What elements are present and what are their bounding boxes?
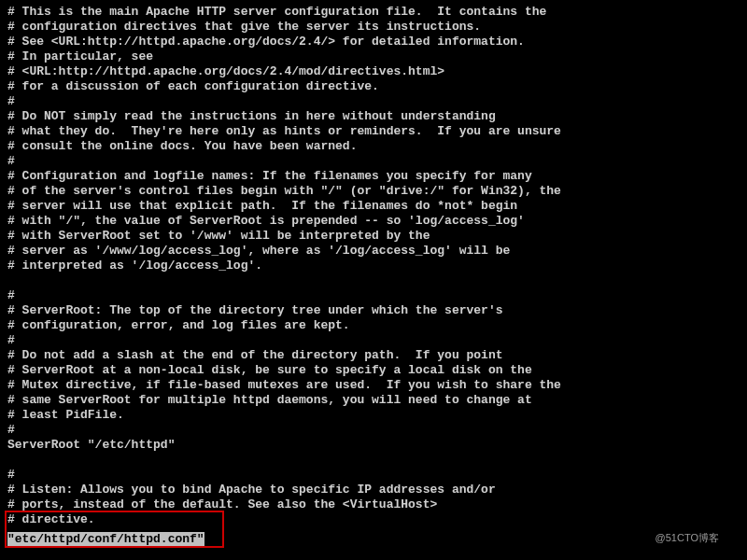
config-line: # Do NOT simply read the instructions in… bbox=[7, 109, 496, 123]
config-line: # bbox=[7, 154, 15, 168]
config-line: # See <URL:http://httpd.apache.org/docs/… bbox=[7, 35, 525, 49]
config-line: # same ServerRoot for multiple httpd dae… bbox=[7, 393, 532, 407]
config-line: # least PidFile. bbox=[7, 408, 124, 422]
config-line: # of the server's control files begin wi… bbox=[7, 184, 561, 198]
config-line: # Configuration and logfile names: If th… bbox=[7, 169, 532, 183]
config-line: # directive. bbox=[7, 512, 95, 526]
file-path: "etc/httpd/conf/httpd.conf" bbox=[7, 532, 204, 546]
config-line: # ServerRoot: The top of the directory t… bbox=[7, 303, 503, 317]
config-line: # <URL:http://httpd.apache.org/docs/2.4/… bbox=[7, 64, 444, 78]
terminal-view[interactable]: # This is the main Apache HTTP server co… bbox=[7, 5, 740, 527]
config-line: # for a discussion of each configuration… bbox=[7, 79, 379, 93]
config-line: # configuration directives that give the… bbox=[7, 20, 481, 34]
config-line: # bbox=[7, 468, 15, 482]
config-line: # server will use that explicit path. If… bbox=[7, 199, 517, 213]
config-line: # consult the online docs. You have been… bbox=[7, 139, 357, 153]
editor-status-line: "etc/httpd/conf/httpd.conf" bbox=[7, 532, 204, 547]
config-line: # server as '/www/log/access_log', where… bbox=[7, 244, 510, 258]
config-line: # bbox=[7, 94, 15, 108]
config-line: # bbox=[7, 333, 15, 347]
config-line: # ports, instead of the default. See als… bbox=[7, 497, 437, 511]
watermark-text: @51CTO博客 bbox=[655, 530, 719, 545]
config-line: # bbox=[7, 423, 15, 437]
config-line: # interpreted as '/log/access_log'. bbox=[7, 259, 262, 273]
config-line: # This is the main Apache HTTP server co… bbox=[7, 5, 546, 19]
config-line: # Listen: Allows you to bind Apache to s… bbox=[7, 483, 496, 497]
config-line: # ServerRoot at a non-local disk, be sur… bbox=[7, 363, 532, 377]
config-line: # with "/", the value of ServerRoot is p… bbox=[7, 214, 525, 228]
config-line: # Do not add a slash at the end of the d… bbox=[7, 348, 503, 362]
config-line: ServerRoot "/etc/httpd" bbox=[7, 438, 175, 452]
config-line: # bbox=[7, 288, 15, 302]
config-line: # Mutex directive, if file-based mutexes… bbox=[7, 378, 561, 392]
config-line: # with ServerRoot set to '/www' will be … bbox=[7, 229, 430, 243]
config-line: # what they do. They're here only as hin… bbox=[7, 124, 561, 138]
config-line: # In particular, see bbox=[7, 49, 153, 63]
config-line: # configuration, error, and log files ar… bbox=[7, 318, 350, 332]
